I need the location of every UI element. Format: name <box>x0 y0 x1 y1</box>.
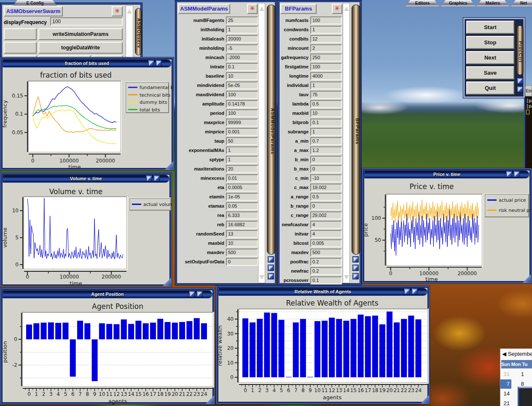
param-field[interactable]: 100 <box>226 91 258 99</box>
param-field[interactable]: 0.1 <box>310 276 342 284</box>
window-widget-icon[interactable] <box>352 256 359 263</box>
param-field[interactable]: 50 <box>226 137 258 145</box>
proc-ctrl-window-tab[interactable]: ProcCtrl <box>516 25 524 75</box>
param-field[interactable]: 0.14178 <box>226 100 258 108</box>
param-field[interactable]: 5e-05 <box>226 81 258 89</box>
close-icon[interactable]: ✳ <box>247 4 258 14</box>
param-field[interactable]: 0 <box>310 156 342 164</box>
param-field[interactable]: 1 <box>226 26 258 34</box>
close-icon[interactable]: ✳ <box>112 6 123 16</box>
window-widget-icon[interactable] <box>352 265 359 271</box>
param-field[interactable]: 10 <box>226 72 258 80</box>
window-widget-icon[interactable] <box>268 256 274 263</box>
write-simulation-params-button[interactable]: writeSimulationParams <box>38 28 123 40</box>
param-field[interactable]: 16.6882 <box>226 221 258 229</box>
titlebar[interactable]: Price v. time <box>364 171 529 179</box>
next-button[interactable]: Next <box>466 51 514 64</box>
shade-icon[interactable] <box>513 171 520 177</box>
iconify-icon[interactable] <box>506 171 512 177</box>
param-field[interactable]: 4 <box>310 221 342 229</box>
param-field[interactable]: 0.01 <box>226 174 258 182</box>
window-widget-icon[interactable] <box>517 86 523 92</box>
param-field[interactable]: 0.7 <box>310 137 342 145</box>
observer-blank-button-1[interactable] <box>4 28 37 40</box>
param-field[interactable]: 2 <box>310 44 342 52</box>
scroll-up-icon[interactable] <box>127 7 132 14</box>
param-field[interactable]: -2000 <box>226 54 258 62</box>
param-field[interactable]: 1 <box>310 128 342 136</box>
param-field[interactable]: 1 <box>310 81 342 89</box>
param-field[interactable]: 20000 <box>226 35 258 43</box>
quit-button[interactable]: Quit <box>466 81 514 95</box>
iconify-icon[interactable] <box>189 291 195 297</box>
param-field[interactable]: 1 <box>226 146 258 154</box>
param-field[interactable]: 10 <box>310 109 342 117</box>
desktop-tab-mailers[interactable]: Mailers <box>476 0 509 6</box>
param-field[interactable]: 1e-05 <box>226 193 258 201</box>
titlebar[interactable]: Agent Position <box>3 290 212 298</box>
window-widget-icon[interactable] <box>268 273 274 279</box>
param-field[interactable]: 0.5 <box>310 193 342 201</box>
param-field[interactable]: 1 <box>310 26 342 34</box>
param-field[interactable]: 4 <box>310 230 342 238</box>
scroll-up-icon[interactable] <box>344 4 349 11</box>
param-field[interactable]: 25 <box>226 16 258 24</box>
param-field[interactable]: 500 <box>310 249 342 257</box>
bf-params-window-tab[interactable]: BFParams <box>352 5 360 254</box>
calendar-prev-icon[interactable]: ◀ <box>502 351 506 357</box>
param-field[interactable]: -10 <box>310 174 342 182</box>
calendar-day[interactable]: 1 <box>515 370 526 379</box>
shade-icon[interactable] <box>156 60 162 66</box>
param-field[interactable]: 0.1 <box>310 119 342 127</box>
param-field[interactable]: 6.333 <box>226 211 258 219</box>
param-field[interactable]: 0.5 <box>310 100 342 108</box>
param-field[interactable]: 19.002 <box>310 184 342 192</box>
param-field[interactable]: 0 <box>226 258 258 266</box>
param-field[interactable]: 4000 <box>310 72 342 80</box>
observer-blank-button-2[interactable] <box>4 42 37 54</box>
param-field[interactable]: -5 <box>226 44 258 52</box>
param-field[interactable]: 0 <box>310 165 342 173</box>
param-field[interactable]: 500 <box>226 249 258 257</box>
window-corner-overlay[interactable] <box>518 387 532 406</box>
param-field[interactable]: 29.002 <box>310 211 342 219</box>
calendar-day[interactable]: 14 <box>500 389 511 398</box>
stop-button[interactable]: Stop <box>466 36 514 49</box>
param-field[interactable]: 0.2 <box>310 258 342 266</box>
desktop-tab-e-config[interactable]: E Config <box>13 0 57 6</box>
calendar-day[interactable]: 21 <box>500 399 511 406</box>
param-field[interactable]: 12 <box>310 35 342 43</box>
param-field[interactable]: 99999 <box>226 119 258 127</box>
param-field[interactable]: 0.005 <box>310 239 342 247</box>
iconify-icon[interactable] <box>146 175 152 181</box>
param-field[interactable]: 0.05 <box>226 202 258 210</box>
param-field[interactable]: 20 <box>226 165 258 173</box>
calendar-day[interactable]: 7 <box>500 379 511 389</box>
shade-icon[interactable] <box>411 288 418 295</box>
param-field[interactable]: 75 <box>310 91 342 99</box>
start-button[interactable]: Start <box>466 21 514 34</box>
param-field[interactable]: 0 <box>310 202 342 210</box>
model-params-scrollbar[interactable] <box>258 3 265 283</box>
close-icon[interactable]: ✳ <box>332 4 342 14</box>
titlebar[interactable]: Volume v. time <box>3 175 169 183</box>
titlebar[interactable]: Relative Wealth of Agents <box>218 288 427 296</box>
shade-icon[interactable] <box>153 175 160 181</box>
window-eterm[interactable]: [pa [pa <box>524 96 532 171</box>
iconify-icon[interactable] <box>404 288 410 295</box>
scroll-down-icon[interactable] <box>344 275 349 282</box>
param-field[interactable]: 1 <box>226 156 258 164</box>
param-field[interactable]: 0.1 <box>226 63 258 71</box>
observer-window-tab[interactable]: ASMObserv <box>135 8 142 55</box>
scroll-down-icon[interactable] <box>259 275 264 282</box>
param-field[interactable]: 10 <box>226 239 258 247</box>
desktop-tab-graphics[interactable]: Graphics <box>441 0 476 6</box>
param-field[interactable]: 1.2 <box>310 146 342 154</box>
param-field[interactable]: 0.0005 <box>226 184 258 192</box>
scroll-up-icon[interactable] <box>259 4 264 11</box>
param-field[interactable]: 100 <box>310 16 342 24</box>
desktop-tab-net[interactable]: Net <box>511 0 532 6</box>
calendar-day[interactable]: 31 <box>500 370 511 379</box>
window-widget-icon[interactable] <box>517 78 523 84</box>
param-field[interactable]: 0.001 <box>226 128 258 136</box>
